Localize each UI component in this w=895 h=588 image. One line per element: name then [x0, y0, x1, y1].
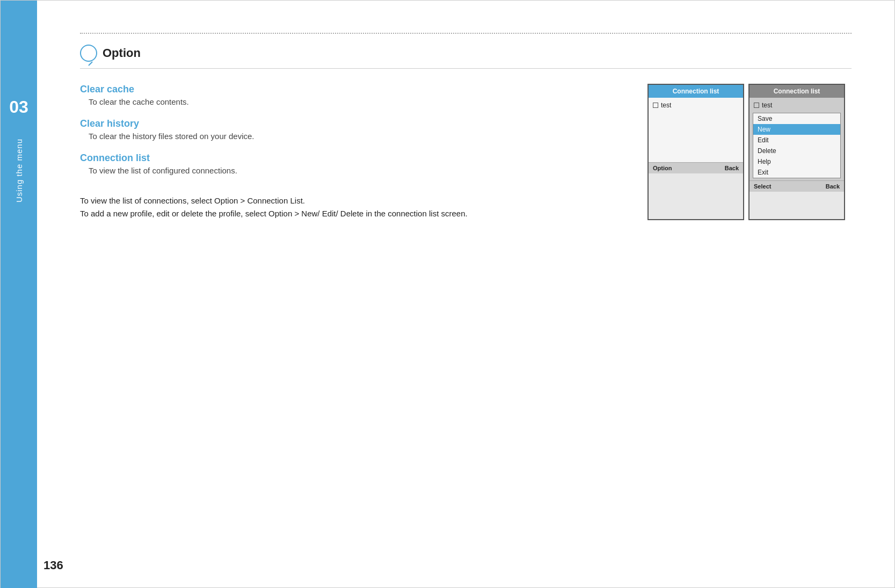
connection-list-desc: To view the list of configured connectio…: [80, 166, 626, 175]
chapter-number: 03: [9, 97, 28, 117]
menu-item-connection-list: Connection list To view the list of conf…: [80, 153, 626, 175]
device-screen-1: Connection list test Option Back: [647, 84, 744, 220]
dropdown-save: Save: [753, 113, 840, 124]
screen1-footer: Option Back: [649, 162, 743, 173]
page: 03 Using the menu Option Clear cache To …: [0, 0, 895, 588]
screen1-row-text: test: [661, 101, 671, 109]
clear-cache-title: Clear cache: [80, 84, 626, 95]
chapter-label: Using the menu: [14, 139, 24, 202]
text-column: Clear cache To clear the cache contents.…: [80, 84, 626, 220]
device-screen-2: Connection list test Save New Edit Delet…: [748, 84, 845, 220]
bottom-para-1: To view the list of connections, select …: [80, 194, 626, 207]
screen1-row: test: [652, 100, 740, 111]
menu-item-clear-history: Clear history To clear the history files…: [80, 118, 626, 141]
dropdown-help: Help: [753, 156, 840, 167]
bottom-text: To view the list of connections, select …: [80, 194, 626, 220]
content-row: Clear cache To clear the cache contents.…: [80, 84, 852, 220]
menu-item-clear-cache: Clear cache To clear the cache contents.: [80, 84, 626, 106]
screen2-checkbox: [754, 103, 759, 108]
dotted-divider: [80, 33, 852, 34]
option-icon: [80, 45, 97, 62]
screen2-dropdown: Save New Edit Delete Help Exit: [753, 113, 841, 178]
screen2-row-text: test: [762, 101, 772, 109]
dropdown-delete: Delete: [753, 146, 840, 156]
section-title: Option: [103, 46, 141, 60]
screen2-row: test: [753, 100, 841, 111]
section-header: Option: [80, 45, 852, 62]
main-content: Option Clear cache To clear the cache co…: [37, 1, 894, 587]
page-number: 136: [43, 558, 63, 572]
clear-history-title: Clear history: [80, 118, 626, 129]
screen2-footer: Select Back: [750, 180, 844, 192]
screen1-body: test: [649, 98, 743, 162]
connection-list-title: Connection list: [80, 153, 626, 164]
screen1-footer-right: Back: [725, 165, 739, 171]
screen1-checkbox: [653, 103, 658, 108]
screen1-titlebar: Connection list: [649, 85, 743, 98]
screen2-body: test Save New Edit Delete Help Exit: [750, 98, 844, 180]
sidebar: 03 Using the menu: [1, 1, 37, 588]
section-divider: [80, 68, 852, 69]
clear-cache-desc: To clear the cache contents.: [80, 97, 626, 106]
dropdown-new: New: [753, 124, 840, 135]
dropdown-edit: Edit: [753, 135, 840, 146]
screen2-footer-left: Select: [754, 183, 771, 190]
dropdown-exit: Exit: [753, 167, 840, 178]
screen1-footer-left: Option: [653, 165, 672, 171]
bottom-para-2: To add a new profile, edit or delete the…: [80, 207, 626, 220]
screen2-footer-right: Back: [826, 183, 840, 190]
clear-history-desc: To clear the history files stored on you…: [80, 132, 626, 141]
screen2-titlebar: Connection list: [750, 85, 844, 98]
device-screenshots: Connection list test Option Back Connec: [647, 84, 852, 220]
